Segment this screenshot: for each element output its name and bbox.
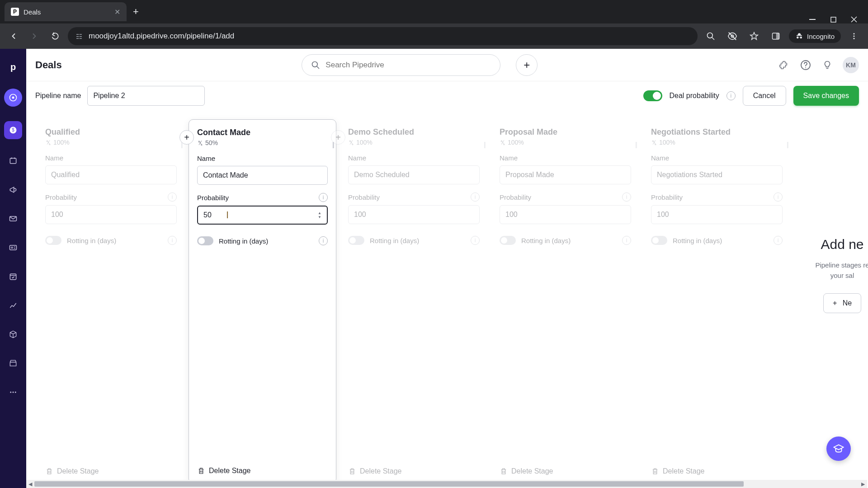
new-stage-button[interactable]: + Ne (823, 293, 861, 313)
sidebar-activities-icon[interactable] (6, 269, 20, 284)
app-sidebar: p $ (0, 49, 26, 488)
incognito-icon (795, 32, 803, 40)
rotting-toggle[interactable] (197, 236, 213, 245)
sidebar-mail-icon[interactable] (6, 211, 20, 226)
scroll-right-icon[interactable]: ▶ (859, 480, 867, 488)
tips-icon[interactable] (821, 59, 834, 71)
delete-stage-button[interactable]: Delete Stage (348, 467, 480, 475)
browser-tab[interactable]: P Deals ✕ (5, 2, 127, 21)
drag-handle-icon[interactable]: || (635, 141, 637, 148)
sidebar-deals-icon[interactable]: $ (4, 121, 22, 139)
user-avatar[interactable]: KM (843, 57, 859, 73)
info-icon[interactable]: i (622, 236, 631, 245)
rotting-toggle[interactable] (651, 236, 667, 245)
info-icon[interactable]: i (774, 192, 783, 202)
info-icon[interactable]: i (319, 236, 328, 245)
stage-name-input[interactable] (651, 165, 783, 184)
info-icon[interactable]: i (471, 236, 480, 245)
help-icon[interactable] (799, 59, 812, 71)
quick-add-button[interactable]: + (516, 54, 538, 76)
rotting-label: Rotting in (days) (521, 237, 571, 244)
info-icon[interactable]: i (168, 192, 177, 202)
name-label: Name (348, 154, 366, 162)
sidebar-marketplace-icon[interactable] (6, 356, 20, 371)
scroll-left-icon[interactable]: ◀ (26, 480, 34, 488)
delete-stage-button[interactable]: Delete Stage (45, 467, 177, 475)
search-input[interactable] (326, 61, 491, 70)
stage-name-input[interactable] (197, 166, 328, 185)
info-icon[interactable]: i (471, 192, 480, 202)
stage-probability-input[interactable] (651, 205, 783, 224)
info-icon[interactable]: i (168, 236, 177, 245)
help-bubble-button[interactable] (826, 436, 851, 461)
probability-label: Probability (348, 193, 380, 201)
deal-probability-toggle[interactable] (643, 90, 662, 101)
save-changes-button[interactable]: Save changes (793, 86, 859, 106)
sidebar-contacts-icon[interactable] (6, 240, 20, 255)
cancel-button[interactable]: Cancel (743, 86, 786, 106)
url-text: moodjoy1altd.pipedrive.com/pipeline/1/ad… (89, 32, 690, 41)
zoom-icon[interactable] (702, 28, 719, 45)
rotting-toggle[interactable] (348, 236, 364, 245)
drag-handle-icon[interactable]: || (484, 141, 485, 148)
pipedrive-logo-icon[interactable]: p (6, 60, 20, 74)
deal-probability-label: Deal probability (670, 92, 719, 100)
maximize-icon[interactable] (829, 15, 837, 23)
back-button[interactable] (5, 28, 22, 44)
browser-menu-icon[interactable] (845, 28, 863, 45)
name-label: Name (197, 155, 215, 162)
info-icon[interactable]: i (726, 91, 736, 100)
incognito-badge[interactable]: Incognito (789, 29, 841, 43)
svg-rect-7 (80, 38, 82, 39)
scrollbar-thumb[interactable] (34, 481, 744, 487)
stage-name-input[interactable] (45, 165, 177, 184)
probability-label: Probability (197, 194, 229, 202)
stage-probability-input[interactable] (500, 205, 631, 224)
stage-probability-input[interactable] (45, 205, 177, 224)
stage-column-demo-scheduled: + || Demo Scheduled 100% Name Probabilit… (338, 119, 490, 483)
horizontal-scrollbar[interactable]: ◀ ▶ (26, 480, 867, 488)
drag-handle-icon[interactable]: || (787, 141, 788, 148)
forward-button[interactable] (26, 28, 42, 44)
stage-prob-badge: 50% (197, 139, 328, 146)
sidebar-insights-icon[interactable] (6, 298, 20, 313)
stage-probability-input[interactable] (348, 205, 480, 224)
info-icon[interactable]: i (319, 193, 328, 202)
side-panel-icon[interactable] (767, 28, 784, 45)
delete-stage-button[interactable]: Delete Stage (500, 467, 631, 475)
stage-title: Proposal Made (500, 127, 631, 137)
info-icon[interactable]: i (774, 236, 783, 245)
minimize-icon[interactable] (808, 15, 816, 23)
svg-rect-4 (76, 36, 79, 37)
sidebar-leads-icon[interactable] (4, 89, 22, 107)
site-settings-icon[interactable] (75, 32, 83, 40)
sidebar-products-icon[interactable] (6, 327, 20, 342)
stage-name-input[interactable] (500, 165, 631, 184)
add-stage-before-button[interactable]: + (331, 130, 345, 145)
rotting-toggle[interactable] (500, 236, 516, 245)
stage-probability-input[interactable] (197, 206, 328, 225)
sidebar-campaigns-icon[interactable] (6, 183, 20, 197)
number-spinner[interactable]: ▲▼ (318, 211, 325, 219)
close-window-icon[interactable] (850, 15, 858, 23)
stage-name-input[interactable] (348, 165, 480, 184)
rotting-toggle[interactable] (45, 236, 61, 245)
search-box[interactable] (302, 54, 500, 76)
bookmark-star-icon[interactable] (745, 28, 763, 45)
url-bar[interactable]: moodjoy1altd.pipedrive.com/pipeline/1/ad… (68, 27, 698, 45)
pipeline-name-input[interactable] (87, 86, 205, 106)
add-stage-before-button[interactable]: + (179, 130, 194, 145)
sidebar-more-icon[interactable] (6, 385, 20, 399)
info-icon[interactable]: i (622, 192, 631, 202)
new-tab-button[interactable]: + (133, 6, 139, 18)
add-new-title: Add ne (793, 237, 868, 252)
delete-stage-button[interactable]: Delete Stage (197, 467, 328, 475)
extension-icon[interactable] (778, 59, 790, 71)
delete-stage-button[interactable]: Delete Stage (651, 467, 783, 475)
name-label: Name (45, 154, 63, 162)
reload-button[interactable] (47, 28, 63, 44)
eye-off-icon[interactable] (724, 28, 741, 45)
sidebar-projects-icon[interactable] (6, 154, 20, 168)
close-tab-icon[interactable]: ✕ (114, 8, 120, 16)
svg-rect-6 (76, 38, 79, 39)
